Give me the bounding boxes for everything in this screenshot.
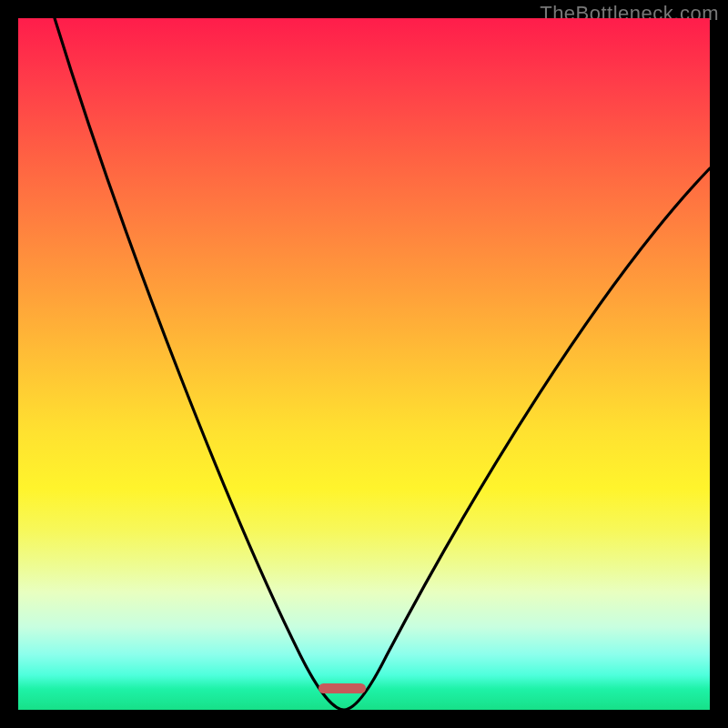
bottleneck-curve <box>18 18 710 710</box>
optimal-range-marker <box>318 683 366 693</box>
chart-area <box>18 18 710 710</box>
curve-path <box>55 18 710 710</box>
